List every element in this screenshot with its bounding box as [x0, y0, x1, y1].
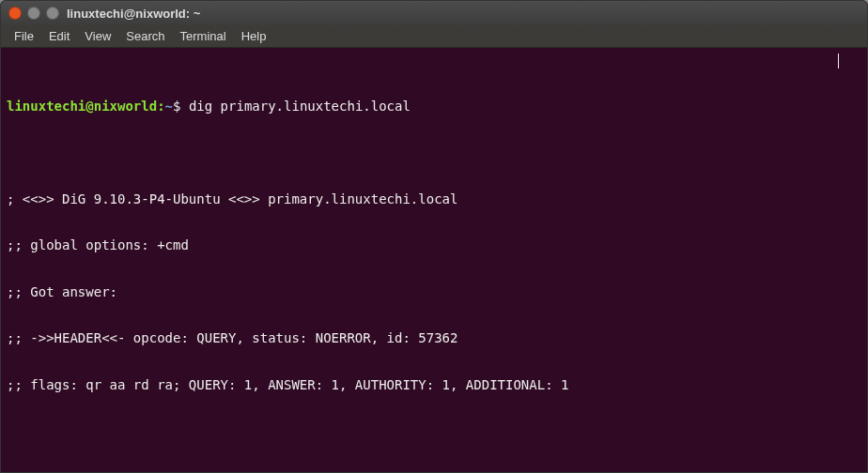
menu-file[interactable]: File [7, 26, 41, 46]
output-line: ;; OPT PSEUDOSECTION: [7, 470, 861, 472]
menu-edit[interactable]: Edit [41, 26, 77, 46]
output-line [7, 145, 861, 160]
terminal-window: linuxtechi@nixworld: ~ File Edit View Se… [0, 0, 868, 473]
maximize-icon[interactable] [46, 7, 59, 20]
output-line: ; <<>> DiG 9.10.3-P4-Ubuntu <<>> primary… [7, 191, 861, 207]
text-cursor-ibeam [838, 53, 839, 69]
window-controls [8, 7, 59, 20]
menubar: File Edit View Search Terminal Help [1, 25, 867, 48]
menu-terminal[interactable]: Terminal [173, 26, 234, 46]
menu-help[interactable]: Help [234, 26, 274, 46]
command-text: dig primary.linuxtechi.local [189, 99, 411, 114]
prompt-line: linuxtechi@nixworld:~$ dig primary.linux… [7, 99, 861, 114]
menu-search[interactable]: Search [118, 26, 172, 46]
close-icon[interactable] [8, 7, 22, 20]
minimize-icon[interactable] [27, 7, 40, 20]
output-line: ;; flags: qr aa rd ra; QUERY: 1, ANSWER:… [7, 377, 861, 393]
prompt-path: ~ [165, 99, 173, 114]
prompt-user-host: linuxtechi@nixworld [7, 99, 157, 114]
terminal-area[interactable]: linuxtechi@nixworld:~$ dig primary.linux… [1, 48, 867, 472]
output-line: ;; global options: +cmd [7, 237, 861, 253]
window-title: linuxtechi@nixworld: ~ [67, 7, 200, 21]
menu-view[interactable]: View [77, 26, 118, 46]
titlebar: linuxtechi@nixworld: ~ [1, 1, 867, 25]
output-line: ;; ->>HEADER<<- opcode: QUERY, status: N… [7, 330, 861, 346]
output-line [7, 423, 861, 439]
output-line: ;; Got answer: [7, 284, 861, 300]
